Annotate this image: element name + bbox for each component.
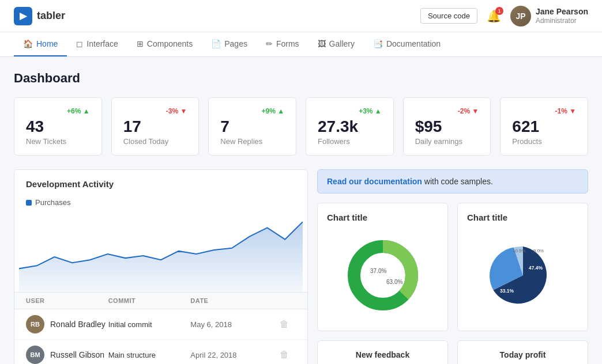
stat-card-5: -1% ▼ 621 Products (500, 97, 588, 156)
dev-activity-card: Development Activity Purchases (14, 169, 308, 364)
chart-legend: Purchases (14, 194, 307, 211)
stat-value-4: $95 (415, 117, 479, 136)
two-col-layout: Development Activity Purchases (14, 169, 588, 364)
charts-row: Chart title 37.0% 63.0% Ch (317, 203, 588, 331)
chart-title-1: Chart title (327, 213, 438, 222)
nav-item-home[interactable]: 🏠 Home (14, 32, 67, 56)
stat-trend-0: +6% ▲ (26, 107, 90, 115)
logo-icon: ▶ (14, 7, 32, 25)
today-profit-card: Today profit (457, 340, 588, 364)
user-cell-0: RB Ronald Bradley (26, 315, 108, 333)
documentation-icon: 📑 (373, 39, 383, 48)
chart-card-1: Chart title 37.0% 63.0% (317, 203, 448, 331)
components-icon: ⊞ (137, 39, 144, 48)
nav-item-forms[interactable]: ✏ Forms (257, 32, 308, 56)
stat-trend-1: -3% ▼ (123, 107, 187, 115)
info-rest: with code samples. (422, 177, 493, 186)
stat-card-0: +6% ▲ 43 New Tickets (14, 97, 102, 156)
user-details: Jane Pearson Administrator (536, 6, 588, 26)
stat-value-1: 17 (123, 117, 187, 136)
commit-1: Main structure (108, 351, 191, 359)
today-profit-label: Today profit (467, 350, 578, 359)
notification-badge: 1 (495, 7, 503, 15)
notification-bell[interactable]: 🔔 1 (487, 9, 501, 23)
stat-trend-4: -2% ▼ (415, 107, 479, 115)
pie-chart-2: 47.4% 33.1% 10.5% 9.0% (467, 229, 578, 321)
new-feedback-label: New feedback (327, 350, 438, 359)
forms-icon: ✏ (266, 39, 273, 48)
svg-text:37.0%: 37.0% (370, 268, 386, 274)
svg-point-2 (362, 255, 404, 296)
col-date: DATE (190, 297, 273, 304)
svg-text:33.1%: 33.1% (500, 288, 514, 294)
stat-trend-5: -1% ▼ (512, 107, 576, 115)
stat-label-0: New Tickets (26, 137, 90, 146)
bottom-cards-row: New feedback Today profit (317, 340, 588, 364)
table-row: RB Ronald Bradley Initial commit May 6, … (14, 309, 307, 340)
interface-icon: ◻ (76, 39, 83, 48)
svg-text:10.5%: 10.5% (513, 248, 526, 253)
legend-label: Purchases (35, 198, 70, 207)
col-user: USER (26, 297, 108, 304)
chart-card-2: Chart title 47.4% (457, 203, 588, 331)
user-name-1: Russell Gibson (50, 350, 104, 359)
header-right: Source code 🔔 1 JP Jane Pearson Administ… (420, 6, 588, 26)
stat-label-5: Products (512, 137, 576, 146)
page-title: Dashboard (14, 71, 588, 86)
stat-label-4: Daily earnings (415, 137, 479, 146)
table-row: BM Russell Gibson Main structure April 2… (14, 340, 307, 364)
logo-text: tabler (37, 10, 65, 22)
nav-forms-label: Forms (276, 39, 299, 48)
user-menu[interactable]: JP Jane Pearson Administrator (510, 6, 588, 26)
nav-item-pages[interactable]: 📄 Pages (202, 32, 257, 56)
info-banner: Read our documentation with code samples… (317, 169, 588, 194)
stat-value-5: 621 (512, 117, 576, 136)
col-commit: COMMIT (108, 297, 191, 304)
pages-icon: 📄 (211, 39, 221, 48)
stat-label-2: New Replies (220, 137, 284, 146)
stat-label-3: Followers (318, 137, 382, 146)
stat-card-2: +9% ▲ 7 New Replies (208, 97, 296, 156)
col-action (273, 297, 296, 304)
right-column: Read our documentation with code samples… (317, 169, 588, 364)
user-avatar-0: RB (26, 315, 44, 333)
nav-item-gallery[interactable]: 🖼 Gallery (308, 32, 364, 56)
navigation: 🏠 Home ◻ Interface ⊞ Components 📄 Pages … (0, 32, 602, 57)
stat-card-4: -2% ▼ $95 Daily earnings (403, 97, 491, 156)
stat-value-3: 27.3k (318, 117, 382, 136)
user-cell-1: BM Russell Gibson (26, 346, 108, 364)
delete-button-1[interactable]: 🗑 (273, 350, 296, 360)
nav-item-documentation[interactable]: 📑 Documentation (364, 32, 450, 56)
delete-button-0[interactable]: 🗑 (273, 319, 296, 329)
nav-item-components[interactable]: ⊞ Components (127, 32, 202, 56)
svg-text:47.4%: 47.4% (529, 265, 543, 271)
nav-pages-label: Pages (224, 39, 247, 48)
logo-area: ▶ tabler (14, 7, 65, 25)
stat-label-1: Closed Today (123, 137, 187, 146)
avatar: JP (510, 6, 531, 26)
svg-text:9.0%: 9.0% (533, 248, 544, 253)
user-name-0: Ronald Bradley (50, 320, 106, 329)
stat-card-3: +3% ▲ 27.3k Followers (306, 97, 394, 156)
stat-trend-3: +3% ▲ (318, 107, 382, 115)
home-icon: 🏠 (23, 39, 33, 48)
info-bold: Read our documentation (327, 177, 422, 186)
chart-title-2: Chart title (467, 213, 578, 222)
commit-0: Initial commit (108, 320, 191, 329)
dev-activity-title: Development Activity (14, 170, 307, 194)
user-name: Jane Pearson (536, 6, 588, 17)
donut-chart-1: 37.0% 63.0% (327, 229, 438, 321)
header: ▶ tabler Source code 🔔 1 JP Jane Pearson… (0, 0, 602, 32)
stat-value-0: 43 (26, 117, 90, 136)
nav-home-label: Home (36, 39, 58, 48)
source-code-button[interactable]: Source code (420, 8, 477, 24)
nav-gallery-label: Gallery (329, 39, 355, 48)
nav-item-interface[interactable]: ◻ Interface (67, 32, 127, 56)
user-avatar-1: BM (26, 346, 44, 364)
date-1: April 22, 2018 (190, 351, 273, 359)
left-column: Development Activity Purchases (14, 169, 308, 364)
gallery-icon: 🖼 (318, 39, 326, 48)
svg-text:63.0%: 63.0% (386, 279, 402, 285)
stat-card-1: -3% ▼ 17 Closed Today (111, 97, 200, 156)
stat-value-2: 7 (220, 117, 284, 136)
